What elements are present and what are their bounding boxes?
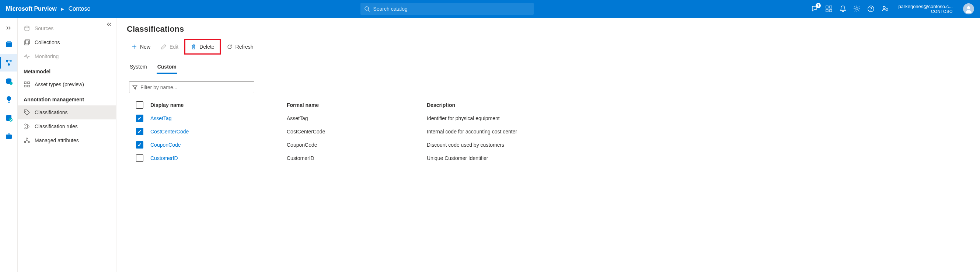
svg-rect-30	[24, 85, 26, 87]
sidebar-item-managed-attributes[interactable]: Managed attributes	[18, 134, 116, 148]
filter-box[interactable]	[129, 81, 254, 93]
svg-rect-2	[826, 6, 828, 8]
svg-line-1	[368, 10, 370, 11]
settings-icon[interactable]	[853, 5, 861, 13]
sources-icon	[24, 25, 30, 32]
sidebar-item-label: Sources	[35, 25, 53, 31]
rail-item-data-map[interactable]	[0, 54, 18, 72]
classifications-icon	[24, 109, 30, 116]
user-org: CONTOSO	[898, 9, 953, 14]
rail-expand-button[interactable]	[0, 21, 18, 35]
sidebar-heading-metamodel: Metamodel	[18, 64, 116, 77]
tabs: System Custom	[127, 57, 970, 74]
refresh-button-label: Refresh	[235, 44, 254, 50]
svg-rect-27	[25, 40, 30, 44]
svg-rect-31	[28, 85, 30, 87]
row-checkbox[interactable]	[136, 141, 143, 148]
sidebar-item-classifications[interactable]: Classifications	[18, 105, 116, 119]
sidebar-item-label: Classifications	[35, 110, 67, 115]
svg-point-32	[25, 111, 26, 112]
breadcrumb[interactable]: Contoso	[68, 6, 91, 12]
svg-rect-4	[826, 10, 828, 12]
table-body: AssetTag AssetTag Identifier for physica…	[127, 112, 970, 165]
delete-button[interactable]: Delete	[186, 41, 218, 53]
row-check-cell	[129, 141, 150, 148]
filter-icon	[132, 85, 137, 90]
rail-item-data-catalog[interactable]	[0, 35, 18, 53]
row-formal-cell: CostCenterCode	[287, 129, 427, 135]
col-header-desc[interactable]: Description	[427, 102, 967, 108]
chat-icon[interactable]	[881, 5, 889, 13]
sidebar-item-collections[interactable]: Collections	[18, 35, 116, 49]
chevron-right-icon: ▶	[61, 7, 64, 11]
svg-rect-11	[6, 42, 12, 47]
rules-icon	[24, 123, 30, 130]
row-display-cell: CouponCode	[150, 142, 287, 148]
user-block[interactable]: parkerjones@contoso.c... CONTOSO	[898, 4, 953, 14]
tab-custom[interactable]: Custom	[157, 61, 177, 74]
header-center	[90, 3, 804, 15]
col-header-formal[interactable]: Formal name	[287, 102, 427, 108]
search-box[interactable]	[360, 3, 534, 15]
svg-rect-12	[7, 41, 11, 43]
svg-rect-20	[8, 102, 10, 103]
row-desc-cell: Identifier for physical equipment	[427, 115, 967, 121]
rail-item-data-estate[interactable]	[0, 72, 18, 90]
filter-input[interactable]	[140, 84, 251, 90]
sidebar-item-monitoring[interactable]: Monitoring	[18, 49, 116, 64]
notifications-icon[interactable]	[839, 5, 846, 13]
row-formal-cell: CustomerID	[287, 155, 427, 161]
row-desc-cell: Unique Customer Identifier	[427, 155, 967, 161]
monitoring-icon	[24, 53, 30, 60]
header-left: Microsoft Purview ▶ Contoso	[6, 6, 90, 12]
delete-highlight: Delete	[184, 39, 220, 54]
rail-item-policy[interactable]	[0, 109, 18, 127]
row-display-cell: AssetTag	[150, 115, 287, 121]
sidebar-collapse-button[interactable]	[106, 22, 112, 27]
sidebar-item-label: Asset types (preview)	[35, 81, 84, 87]
col-header-display[interactable]: Display name	[150, 102, 287, 108]
apps-icon[interactable]	[825, 5, 832, 13]
sidebar: Sources Collections Monitoring Metamodel…	[18, 18, 116, 272]
search-input[interactable]	[373, 6, 530, 12]
help-icon[interactable]	[867, 5, 875, 13]
table-row: CouponCode CouponCode Discount code used…	[127, 138, 970, 151]
row-formal-cell: AssetTag	[287, 115, 427, 121]
avatar[interactable]	[963, 3, 974, 14]
display-name-link[interactable]: CouponCode	[150, 142, 181, 148]
sidebar-item-sources[interactable]: Sources	[18, 21, 116, 35]
app-name[interactable]: Microsoft Purview	[6, 6, 57, 12]
svg-rect-23	[6, 135, 12, 139]
sidebar-item-asset-types[interactable]: Asset types (preview)	[18, 77, 116, 91]
select-all-checkbox[interactable]	[136, 101, 143, 109]
row-checkbox[interactable]	[136, 154, 143, 162]
row-check-cell	[129, 115, 150, 122]
row-display-cell: CostCenterCode	[150, 129, 287, 135]
tab-system[interactable]: System	[129, 61, 148, 74]
table-row: CostCenterCode CostCenterCode Internal c…	[127, 125, 970, 138]
row-check-cell	[129, 128, 150, 135]
delete-icon	[191, 44, 196, 50]
rail-item-management[interactable]	[0, 127, 18, 145]
page-title: Classifications	[127, 24, 970, 34]
display-name-link[interactable]: CostCenterCode	[150, 129, 189, 135]
user-email: parkerjones@contoso.c...	[898, 4, 953, 10]
rail-item-insights[interactable]	[0, 91, 18, 108]
edit-icon	[161, 44, 167, 50]
sidebar-item-classification-rules[interactable]: Classification rules	[18, 119, 116, 134]
svg-point-35	[25, 127, 26, 129]
edit-button: Edit	[156, 41, 183, 53]
top-header: Microsoft Purview ▶ Contoso 7	[0, 0, 980, 18]
asset-types-icon	[24, 81, 30, 88]
display-name-link[interactable]: CustomerID	[150, 155, 178, 161]
new-button[interactable]: New	[127, 41, 155, 53]
display-name-link[interactable]: AssetTag	[150, 115, 172, 121]
refresh-button[interactable]: Refresh	[222, 41, 258, 53]
sidebar-heading-annotation: Annotation management	[18, 91, 116, 105]
row-checkbox[interactable]	[136, 115, 143, 122]
row-checkbox[interactable]	[136, 128, 143, 135]
main-content: Classifications New Edit Delete Refresh	[116, 18, 980, 272]
edit-button-label: Edit	[170, 44, 178, 50]
feedback-icon[interactable]: 7	[811, 5, 819, 13]
row-desc-cell: Internal code for accounting cost center	[427, 129, 967, 135]
